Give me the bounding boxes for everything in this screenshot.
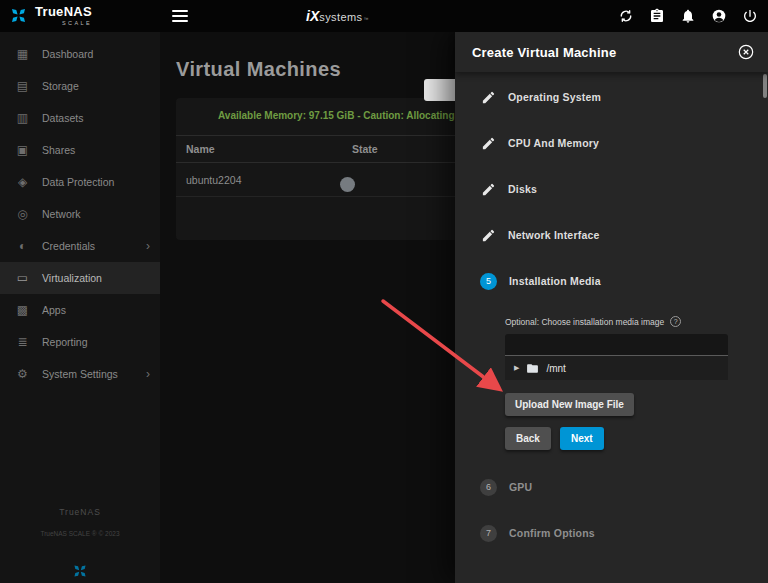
sidebar: Dashboard Storage Datasets Shares Data P… [0, 32, 160, 583]
step-number-badge: 7 [480, 525, 497, 542]
ixsystems-logo: iXsystems™ [306, 8, 368, 24]
sidebar-item-system-settings[interactable]: System Settings [0, 358, 160, 390]
menu-icon[interactable] [172, 10, 188, 22]
wizard-step-disks[interactable]: Disks [455, 166, 768, 212]
reporting-icon [15, 335, 30, 349]
sidebar-item-datasets[interactable]: Datasets [0, 102, 160, 134]
edit-icon [481, 90, 496, 105]
system-settings-icon [15, 367, 30, 381]
edit-icon [481, 182, 496, 197]
next-button[interactable]: Next [560, 427, 604, 450]
installation-media-form: Optional: Choose installation media imag… [455, 304, 768, 450]
create-vm-panel: Create Virtual Machine Operating System … [455, 32, 768, 583]
column-header-name: Name [176, 143, 352, 155]
sidebar-item-network[interactable]: Network [0, 198, 160, 230]
sidebar-item-shares[interactable]: Shares [0, 134, 160, 166]
tree-node-mnt[interactable]: /mnt [505, 356, 728, 380]
topbar: TrueNAS SCALE iXsystems™ [0, 0, 768, 32]
wizard-step-operating-system[interactable]: Operating System [455, 74, 768, 120]
storage-icon [15, 79, 30, 93]
sidebar-item-reporting[interactable]: Reporting [0, 326, 160, 358]
truecommand-icon[interactable] [618, 8, 634, 24]
upload-new-image-button[interactable]: Upload New Image File [505, 393, 634, 416]
edit-icon [481, 136, 496, 151]
step-number-badge: 5 [480, 273, 497, 290]
network-icon [15, 207, 30, 221]
jobs-icon[interactable] [649, 8, 665, 24]
media-path-input[interactable] [505, 334, 728, 356]
truenas-logo[interactable]: TrueNAS SCALE [8, 5, 92, 26]
virtualization-icon [15, 271, 30, 285]
media-field-label: Optional: Choose installation media imag… [505, 317, 664, 327]
tree-expand-icon[interactable] [514, 364, 519, 372]
wizard-step-confirm-options[interactable]: 7 Confirm Options [455, 510, 768, 556]
shares-icon [15, 143, 30, 157]
wizard-step-gpu[interactable]: 6 GPU [455, 464, 768, 510]
help-icon[interactable] [670, 316, 681, 327]
wizard-step-installation-media[interactable]: 5 Installation Media [455, 258, 768, 304]
sidebar-item-storage[interactable]: Storage [0, 70, 160, 102]
back-button[interactable]: Back [505, 427, 551, 450]
sidebar-item-apps[interactable]: Apps [0, 294, 160, 326]
brand-name: TrueNAS [35, 5, 92, 18]
sidebar-item-dashboard[interactable]: Dashboard [0, 38, 160, 70]
truenas-flower-icon [8, 5, 29, 26]
panel-scrollbar[interactable] [763, 74, 767, 98]
truenas-flower-icon [71, 562, 89, 580]
power-icon[interactable] [742, 8, 758, 24]
chevron-right-icon [146, 367, 150, 381]
folder-icon [526, 362, 539, 375]
dashboard-icon [15, 47, 30, 61]
datasets-icon [15, 111, 30, 125]
close-icon[interactable] [738, 44, 754, 60]
page-title: Virtual Machines [176, 58, 341, 81]
chevron-right-icon [146, 239, 150, 253]
sidebar-footer-copyright: TrueNAS SCALE ® © 2023 [0, 530, 160, 537]
panel-header: Create Virtual Machine [455, 32, 768, 72]
sidebar-item-virtualization[interactable]: Virtualization [0, 262, 160, 294]
notifications-icon[interactable] [680, 8, 696, 24]
sidebar-item-data-protection[interactable]: Data Protection [0, 166, 160, 198]
apps-icon [15, 303, 30, 317]
vm-name: ubuntu2204 [176, 174, 352, 186]
edit-icon [481, 228, 496, 243]
credentials-icon [15, 239, 30, 253]
panel-title: Create Virtual Machine [472, 45, 738, 60]
account-icon[interactable] [711, 8, 727, 24]
data-protection-icon [15, 175, 30, 189]
step-number-badge: 6 [480, 479, 497, 496]
wizard-step-network-interface[interactable]: Network Interface [455, 212, 768, 258]
brand-sub: SCALE [35, 20, 92, 26]
tree-node-label: /mnt [546, 363, 565, 374]
sidebar-item-credentials[interactable]: Credentials [0, 230, 160, 262]
wizard-step-cpu-memory[interactable]: CPU And Memory [455, 120, 768, 166]
sidebar-footer-brand: TrueNAS [0, 507, 160, 517]
